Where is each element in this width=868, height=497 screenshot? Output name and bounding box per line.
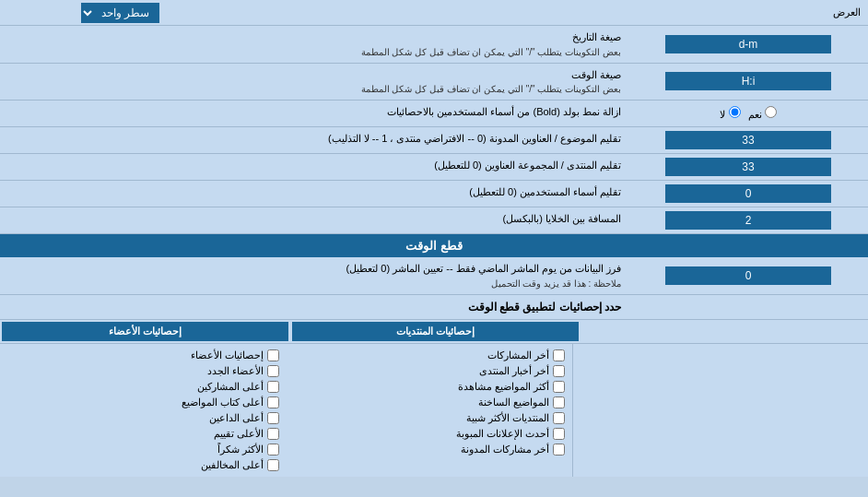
- member-check-5: الأعلى تقييم: [7, 426, 279, 442]
- bold-names-radio-group: نعم لا: [714, 104, 781, 123]
- post-label-5: أحدث الإعلانات المبوبة: [456, 428, 549, 440]
- post-checkbox-0[interactable]: [553, 349, 565, 361]
- post-checkbox-1[interactable]: [553, 365, 565, 377]
- username-trim-row: تقليم أسماء المستخدمين (0 للتعطيل): [0, 181, 868, 207]
- member-label-0: إحصائيات الأعضاء: [191, 349, 264, 361]
- forum-order-input[interactable]: [665, 158, 831, 176]
- bold-names-radio-area: نعم لا: [628, 101, 868, 126]
- member-check-0: إحصائيات الأعضاء: [7, 348, 279, 363]
- member-label-2: أعلى المشاركين: [197, 381, 264, 393]
- stats-checkboxes-row: أخر المشاركات أخر أخبار المنتدى أكثر الم…: [0, 344, 868, 477]
- stats-header-empty: [581, 320, 868, 343]
- member-check-7: أعلى المخالفين: [7, 457, 279, 473]
- post-label-0: أخر المشاركات: [487, 349, 549, 361]
- radio-yes-label[interactable]: نعم: [748, 106, 777, 121]
- member-checkbox-4[interactable]: [267, 412, 279, 424]
- post-check-1: أخر أخبار المنتدى: [294, 363, 565, 379]
- date-format-label: صيغة التاريخ بعض التكوينات يتطلب "/" الت…: [0, 26, 628, 63]
- member-label-3: أعلى كتاب المواضيع: [182, 396, 264, 408]
- post-checkbox-6[interactable]: [553, 444, 565, 456]
- cutoff-input-area: [628, 257, 868, 294]
- post-check-3: المواضيع الساخنة: [294, 395, 565, 410]
- member-label-5: الأعلى تقييم: [214, 428, 264, 440]
- stats-apply-label: حدد إحصائيات لتطبيق قطع الوقت: [0, 295, 628, 319]
- member-check-1: الأعضاء الجدد: [7, 363, 279, 379]
- bold-names-row: نعم لا ازالة نمط بولد (Bold) من أسماء ال…: [0, 101, 868, 127]
- cell-spacing-input[interactable]: [665, 211, 831, 230]
- post-label-1: أخر أخبار المنتدى: [479, 365, 549, 377]
- forum-order-label: تقليم المنتدى / المجموعة العناوين (0 للت…: [0, 154, 628, 180]
- member-checkbox-7[interactable]: [267, 459, 279, 471]
- posts-stats-header: إحصائيات المنتديات: [292, 322, 579, 341]
- member-label-4: أعلى الداعين: [209, 412, 264, 424]
- member-label-6: الأكثر شكراً: [217, 444, 264, 456]
- post-label-2: أكثر المواضيع مشاهدة: [458, 381, 549, 393]
- member-check-3: أعلى كتاب المواضيع: [7, 395, 279, 410]
- member-checkbox-3[interactable]: [267, 396, 279, 408]
- main-container: العرض سطر واحد صيغة التاريخ بعض التكوينا…: [0, 0, 868, 477]
- forum-order-row: تقليم المنتدى / المجموعة العناوين (0 للت…: [0, 154, 868, 181]
- stats-apply-row: حدد إحصائيات لتطبيق قطع الوقت: [0, 295, 868, 320]
- post-label-4: المنتديات الأكثر شبية: [466, 412, 549, 424]
- topic-order-input-area: [628, 127, 868, 153]
- display-row: العرض سطر واحد: [0, 0, 868, 26]
- topic-order-input[interactable]: [665, 131, 831, 149]
- member-checkbox-5[interactable]: [267, 428, 279, 440]
- post-check-4: المنتديات الأكثر شبية: [294, 410, 565, 426]
- cell-spacing-row: المسافة بين الخلايا (بالبكسل): [0, 207, 868, 234]
- post-check-5: أحدث الإعلانات المبوبة: [294, 426, 565, 442]
- cutoff-label: فرز البيانات من يوم الماشر الماضي فقط --…: [0, 257, 628, 294]
- display-select[interactable]: سطر واحد: [81, 3, 159, 23]
- display-select-area: سطر واحد: [0, 1, 240, 25]
- post-check-0: أخر المشاركات: [294, 348, 565, 363]
- time-format-input[interactable]: [665, 72, 831, 90]
- radio-no-label[interactable]: لا: [720, 106, 740, 121]
- member-checkbox-6[interactable]: [267, 444, 279, 456]
- radio-no[interactable]: [729, 106, 741, 118]
- username-trim-input[interactable]: [665, 184, 831, 203]
- members-checkboxes-col: إحصائيات الأعضاء الأعضاء الجدد أعلى المش…: [0, 344, 287, 477]
- stats-headers-row: إحصائيات المنتديات إحصائيات الأعضاء: [0, 320, 868, 344]
- date-format-input[interactable]: [665, 35, 831, 53]
- post-label-3: المواضيع الساخنة: [478, 396, 549, 408]
- member-checkbox-1[interactable]: [267, 365, 279, 377]
- member-label-7: أعلى المخالفين: [201, 459, 264, 471]
- cutoff-header: قطع الوقت: [0, 234, 868, 257]
- post-checkbox-3[interactable]: [553, 396, 565, 408]
- cutoff-row: فرز البيانات من يوم الماشر الماضي فقط --…: [0, 257, 868, 295]
- member-check-4: أعلى الداعين: [7, 410, 279, 426]
- stats-checkboxes-empty: [573, 344, 868, 477]
- member-check-6: الأكثر شكراً: [7, 442, 279, 457]
- time-format-input-area: [628, 64, 868, 101]
- username-trim-label: تقليم أسماء المستخدمين (0 للتعطيل): [0, 181, 628, 207]
- username-trim-input-area: [628, 181, 868, 207]
- display-label: العرض: [240, 3, 868, 22]
- radio-yes[interactable]: [765, 106, 777, 118]
- time-format-label: صيغة الوقت بعض التكوينات يتطلب "/" التي …: [0, 64, 628, 101]
- post-label-6: أخر مشاركات المدونة: [461, 444, 549, 456]
- member-check-2: أعلى المشاركين: [7, 379, 279, 395]
- date-format-row: صيغة التاريخ بعض التكوينات يتطلب "/" الت…: [0, 26, 868, 64]
- post-checkbox-4[interactable]: [553, 412, 565, 424]
- topic-order-label: تقليم الموضوع / العناوين المدونة (0 -- ا…: [0, 127, 628, 153]
- member-label-1: الأعضاء الجدد: [207, 365, 264, 377]
- post-checkbox-5[interactable]: [553, 428, 565, 440]
- member-checkbox-2[interactable]: [267, 381, 279, 393]
- cell-spacing-input-area: [628, 207, 868, 233]
- post-check-2: أكثر المواضيع مشاهدة: [294, 379, 565, 395]
- forum-order-input-area: [628, 154, 868, 180]
- bold-names-label: ازالة نمط بولد (Bold) من أسماء المستخدمي…: [0, 101, 628, 126]
- cell-spacing-label: المسافة بين الخلايا (بالبكسل): [0, 207, 628, 233]
- cutoff-input[interactable]: [665, 266, 831, 285]
- date-format-input-area: [628, 26, 868, 63]
- member-checkbox-0[interactable]: [267, 349, 279, 361]
- post-checkbox-2[interactable]: [553, 381, 565, 393]
- members-stats-header: إحصائيات الأعضاء: [2, 322, 288, 341]
- topic-order-row: تقليم الموضوع / العناوين المدونة (0 -- ا…: [0, 127, 868, 154]
- stats-apply-empty: [628, 295, 868, 319]
- posts-checkboxes-col: أخر المشاركات أخر أخبار المنتدى أكثر الم…: [287, 344, 573, 477]
- post-check-6: أخر مشاركات المدونة: [294, 442, 565, 457]
- time-format-row: صيغة الوقت بعض التكوينات يتطلب "/" التي …: [0, 64, 868, 101]
